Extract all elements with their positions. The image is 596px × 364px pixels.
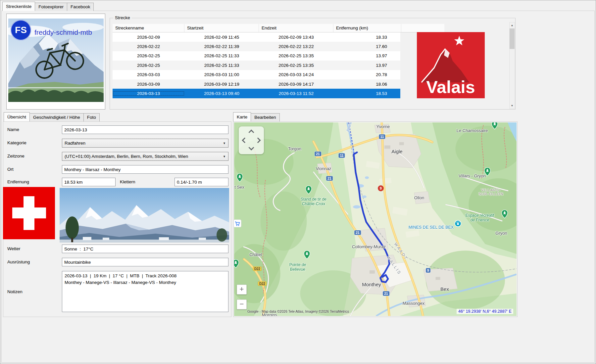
uebersicht-panel: Name Kategorie Radfahren ▼ Zeitzone (UTC… bbox=[3, 121, 231, 317]
ausruestung-label: Ausrüstung bbox=[7, 259, 30, 264]
tab-foto[interactable]: Foto bbox=[83, 113, 100, 121]
profile-panel: FS freddy-schmid-mtb bbox=[6, 14, 105, 110]
tab-label: Foto bbox=[87, 115, 96, 120]
table-cell: 2026-03-13 11:52 bbox=[259, 91, 333, 96]
chevron-down-icon: ▼ bbox=[223, 155, 226, 158]
entfernung-input[interactable] bbox=[62, 178, 116, 186]
table-cell: 2026-03-13 09:40 bbox=[184, 91, 259, 96]
column-header-entfernung[interactable]: Entfernung (km) bbox=[333, 24, 401, 32]
column-header-streckenname[interactable]: Streckenname bbox=[113, 24, 184, 32]
table-cell: 2026-03-13 bbox=[113, 91, 184, 96]
tab-facebook[interactable]: Facebook bbox=[67, 3, 94, 11]
tab-label: Fotoexplorer bbox=[38, 4, 64, 9]
ausruestung-input[interactable] bbox=[62, 258, 228, 266]
table-row[interactable]: 2026-03-032026-03-03 11:002026-03-03 14:… bbox=[113, 70, 400, 79]
brand-initials: FS bbox=[15, 25, 27, 35]
zeitzone-label: Zeitzone bbox=[7, 154, 25, 159]
table-cell: 2026-03-03 14:24 bbox=[259, 72, 333, 77]
ort-input[interactable] bbox=[62, 165, 228, 174]
tab-streckenliste[interactable]: Streckenliste bbox=[2, 2, 35, 11]
strecke-rows: 2026-02-092026-02-09 11:452026-02-09 13:… bbox=[113, 32, 400, 98]
table-scrollbar[interactable]: ▲ ▼ bbox=[509, 22, 515, 109]
map-pan-control[interactable] bbox=[239, 126, 264, 154]
pan-right-icon[interactable] bbox=[255, 138, 261, 143]
zeitzone-value: (UTC+01:00) Amsterdam, Berlin, Bern, Rom… bbox=[65, 154, 188, 159]
chevron-down-icon: ▼ bbox=[223, 142, 226, 145]
notizen-textarea[interactable]: 2026-03-13 | 19 Km | 17 °C | MTB | Track… bbox=[62, 271, 228, 312]
name-label: Name bbox=[7, 127, 19, 132]
table-cell: 17.60 bbox=[333, 44, 400, 49]
table-row[interactable]: 2026-03-132026-03-13 09:402026-03-13 11:… bbox=[113, 89, 400, 98]
table-cell: 2026-02-25 13:35 bbox=[259, 53, 333, 58]
column-header-empty bbox=[401, 24, 444, 32]
brand-logo-icon: FS bbox=[11, 20, 31, 40]
scroll-down-icon: ▼ bbox=[511, 104, 514, 107]
scrollbar-thumb[interactable] bbox=[510, 28, 515, 49]
tab-label: Geschwindigkeit / Höhe bbox=[33, 115, 80, 120]
table-cell: 2026-02-09 13:43 bbox=[259, 35, 333, 40]
table-cell: 2026-02-25 11:33 bbox=[184, 63, 259, 68]
tab-label: Karte bbox=[237, 114, 247, 119]
tab-geschwindigkeit-hoehe[interactable]: Geschwindigkeit / Höhe bbox=[29, 113, 84, 121]
table-cell: 13.97 bbox=[333, 53, 400, 58]
entfernung-label: Entfernung bbox=[7, 179, 29, 184]
name-input[interactable] bbox=[62, 125, 228, 134]
column-header-endzeit[interactable]: Endzeit bbox=[259, 24, 333, 32]
table-cell: 2026-03-03 11:00 bbox=[184, 72, 259, 77]
table-cell: 2026-02-09 bbox=[113, 35, 184, 40]
table-cell: 18.33 bbox=[333, 35, 400, 40]
valais-logo: Valais bbox=[417, 32, 485, 98]
brand-name: freddy-schmid-mtb bbox=[34, 28, 92, 36]
scroll-down-button[interactable]: ▼ bbox=[510, 103, 515, 109]
pan-down-icon[interactable] bbox=[249, 145, 254, 151]
table-cell: 2026-03-09 12:19 bbox=[184, 82, 259, 87]
pan-up-icon[interactable] bbox=[249, 130, 254, 135]
map-coordinates: 46° 19.2938' N,6° 49.2887' E bbox=[457, 309, 513, 314]
karte-panel: YvorneRhoneLe ChamossaireAigleTorgonVion… bbox=[233, 121, 518, 317]
notizen-label: Notizen bbox=[7, 289, 23, 294]
zoom-out-button[interactable]: − bbox=[237, 299, 247, 309]
map-terrain bbox=[234, 122, 517, 316]
klettern-input[interactable] bbox=[174, 178, 228, 186]
table-cell: 2026-02-25 bbox=[113, 63, 184, 68]
tab-bearbeiten[interactable]: Bearbeiten bbox=[251, 113, 279, 121]
panorama-photo bbox=[60, 188, 229, 243]
table-row[interactable]: 2026-02-092026-02-09 11:452026-02-09 13:… bbox=[113, 32, 400, 42]
map-canvas[interactable]: YvorneRhoneLe ChamossaireAigleTorgonVion… bbox=[234, 122, 517, 316]
main-tabstrip: Streckenliste Fotoexplorer Facebook bbox=[2, 2, 93, 11]
tab-label: Facebook bbox=[71, 4, 90, 9]
tab-uebersicht[interactable]: Übersicht bbox=[4, 112, 30, 121]
table-row[interactable]: 2026-02-252026-02-25 11:332026-02-25 13:… bbox=[113, 61, 400, 70]
table-cell: 2026-02-25 bbox=[113, 53, 184, 58]
groupbox-label: Strecke bbox=[113, 15, 132, 20]
wetter-input[interactable] bbox=[62, 245, 228, 253]
table-cell: 2026-02-22 bbox=[113, 44, 184, 49]
map-attribution: Google - Map data ©2026 Tele Atlas, Imag… bbox=[247, 309, 349, 313]
table-header: Streckenname Startzeit Endzeit Entfernun… bbox=[113, 24, 444, 32]
table-cell: 2026-02-22 13:22 bbox=[259, 44, 333, 49]
table-cell: 20.78 bbox=[333, 72, 400, 77]
table-cell: 2026-03-09 14:17 bbox=[259, 82, 333, 87]
zoom-in-button[interactable]: + bbox=[237, 285, 247, 295]
kategorie-select[interactable]: Radfahren ▼ bbox=[62, 139, 228, 148]
tab-fotoexplorer[interactable]: Fotoexplorer bbox=[35, 3, 67, 11]
table-cell: 18.53 bbox=[333, 91, 400, 96]
table-cell: 2026-03-03 bbox=[113, 72, 184, 77]
table-cell: 2026-02-09 11:45 bbox=[184, 35, 259, 40]
tab-label: Bearbeiten bbox=[254, 115, 276, 120]
detail-tabstrip: Übersicht Geschwindigkeit / Höhe Foto bbox=[4, 112, 99, 121]
table-row[interactable]: 2026-03-092026-03-09 12:192026-03-09 14:… bbox=[113, 79, 400, 89]
table-row[interactable]: 2026-02-252026-02-25 11:332026-02-25 13:… bbox=[113, 51, 400, 61]
scroll-up-button[interactable]: ▲ bbox=[510, 23, 515, 28]
zeitzone-select[interactable]: (UTC+01:00) Amsterdam, Berlin, Bern, Rom… bbox=[62, 152, 228, 161]
app-window: Streckenliste Fotoexplorer Facebook bbox=[0, 0, 596, 364]
tab-label: Übersicht bbox=[7, 114, 26, 119]
klettern-label: Klettern bbox=[120, 179, 135, 184]
table-cell: 2026-02-25 13:35 bbox=[259, 63, 333, 68]
table-row[interactable]: 2026-02-222026-02-22 11:392026-02-22 13:… bbox=[113, 42, 400, 51]
tab-karte[interactable]: Karte bbox=[233, 112, 251, 121]
pan-left-icon[interactable] bbox=[242, 138, 248, 143]
valais-wordmark: Valais bbox=[426, 77, 475, 97]
column-header-startzeit[interactable]: Startzeit bbox=[184, 24, 259, 32]
table-cell: 2026-03-09 bbox=[113, 82, 184, 87]
